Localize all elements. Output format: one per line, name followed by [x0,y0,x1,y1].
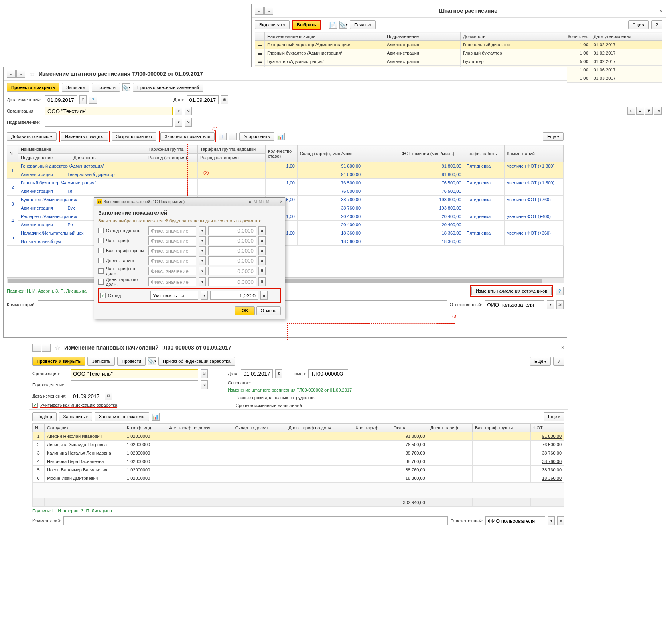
ok-button[interactable]: OK [235,306,255,315]
nav-back-icon[interactable]: ← [7,70,16,78]
order-button[interactable]: Приказ об индексации заработка [158,357,235,366]
settings-icon[interactable]: 📊 [277,133,285,140]
link-icon[interactable]: ⇲ [556,300,564,309]
star-icon[interactable]: ☆ [55,344,62,351]
nav-last-icon[interactable]: ⇥ [654,107,662,115]
dept-input[interactable] [45,118,173,127]
date-change-input[interactable] [71,392,102,400]
doc-icon[interactable]: 📄 [329,21,337,29]
more-button[interactable]: Еще [543,132,564,141]
table-row[interactable]: 4 Референт /Администрация/ 1,00 20 400,0… [7,212,564,221]
signatures-link[interactable]: Подписи: Н. И. Аверин, З. П. Лисицына [32,508,112,513]
table-row[interactable]: 1 Аверин Николай Иванович 1,02000000 91 … [33,432,564,441]
write-button[interactable]: Записать [62,83,89,92]
post-close-button[interactable]: Провести и закрыть [32,357,85,366]
table-row[interactable]: Администрация Ре 20 400,00 20 400,00 [7,221,564,229]
fill-indicators-button[interactable]: Заполнить показатели [95,412,149,421]
sort-button[interactable]: Упорядочить [239,132,274,141]
calendar-icon[interactable]: 🗓 [221,95,228,104]
nav-back-icon[interactable]: ← [32,344,41,352]
write-button[interactable]: Записать [87,357,115,366]
link-icon[interactable]: ⇲ [185,118,192,127]
nav-up-icon[interactable]: ▲ [636,107,644,115]
nav-fwd-icon[interactable]: → [16,70,25,78]
dropdown-icon[interactable]: ▾ [175,118,182,127]
table-row[interactable]: 5 Наладчик /Испытательный цех 1,00 18 36… [7,229,564,237]
org-input[interactable] [71,369,198,378]
calc-icon[interactable]: 🖩 [248,200,252,204]
date-change-input[interactable] [45,95,77,104]
help-icon[interactable]: ? [89,96,97,104]
org-input[interactable] [45,107,173,115]
table-row[interactable]: 2 Главный бухгалтер /Администрация/ 1,00… [7,179,564,187]
indicator-checkbox[interactable] [98,238,104,243]
move-up-icon[interactable]: ↑ [219,133,227,140]
change-position-button[interactable]: Изменить позицию [61,132,108,141]
change-accruals-button[interactable]: Изменить начисления сотрудников [471,287,552,295]
table-row[interactable]: ▬Генеральный директор /Администрация/Адм… [255,41,662,49]
table-row[interactable]: ▬Главный бухгалтер /Администрация/Админи… [255,49,662,57]
calc-icon[interactable]: 🖩 [260,291,268,300]
table-row[interactable]: Администрация Бух 38 760,00 193 800,00 [7,204,564,212]
dropdown-icon[interactable]: ▾ [547,300,554,309]
indicator-checkbox[interactable] [98,258,104,263]
salary-checkbox[interactable] [100,293,106,298]
order-button[interactable]: Приказ о внесении изменений [133,83,203,92]
m-icon[interactable]: M [254,200,257,204]
link-icon[interactable]: ⇲ [201,380,208,389]
nav-down-icon[interactable]: ▼ [645,107,653,115]
dropdown-icon[interactable]: ▾ [548,516,555,525]
close-icon[interactable]: × [280,200,282,204]
close-icon[interactable]: × [659,8,662,14]
m-minus-icon[interactable]: M- [266,200,271,204]
indicator-checkbox[interactable] [98,268,104,274]
help-button[interactable]: ? [553,357,564,366]
calendar-icon[interactable]: 🗓 [105,392,112,400]
indicator-checkbox[interactable] [98,279,104,285]
attach-icon[interactable]: 📎 [148,357,156,365]
add-position-button[interactable]: Добавить позицию [7,132,57,141]
responsible-input[interactable] [485,300,544,309]
basis-link[interactable]: Изменение штатного расписания ТЛ00-00000… [228,388,352,392]
comment-input[interactable] [63,516,448,525]
signatures-link[interactable]: Подписи: Н. И. Аверин, З. П. Лисицына [7,289,87,293]
nav-back-icon[interactable]: ← [255,7,264,15]
date-input[interactable] [241,369,273,378]
diff-dates-checkbox[interactable] [228,395,233,400]
cancel-button[interactable]: Отмена [256,306,281,315]
table-row[interactable]: 3 Бухгалтер /Администрация/ 5,00 38 760,… [7,196,564,204]
table-row[interactable]: 1 Генеральный директор /Администрация/ 1… [7,162,564,170]
maximize-icon[interactable]: □ [276,200,278,204]
pick-button[interactable]: Подбор [32,412,57,421]
close-position-button[interactable]: Закрыть позицию [112,132,156,141]
help-icon[interactable]: ? [556,287,564,295]
close-icon[interactable]: × [561,344,564,351]
dropdown-icon[interactable]: ▾ [175,107,182,115]
nav-first-icon[interactable]: ⇤ [627,107,635,115]
table-row[interactable]: 4 Никонова Вера Васильевна 1,02000000 38… [33,457,564,466]
calendar-icon[interactable]: 🗓 [79,95,87,104]
post-button[interactable]: Провести [92,83,120,92]
post-button[interactable]: Провести [117,357,146,366]
fill-button[interactable]: Заполнить [59,412,93,421]
table-row[interactable]: 6 Мосин Иван Дмитриевич 1,02000000 18 36… [33,474,564,483]
more-button[interactable]: Еще [544,412,564,421]
indicator-checkbox[interactable] [98,228,104,233]
nav-fwd-icon[interactable]: → [42,344,51,352]
select-button[interactable]: Выбрать [292,20,321,30]
indicator-checkbox[interactable] [98,248,104,253]
fill-indicators-button[interactable]: Заполнить показатели [160,132,215,141]
mode-select[interactable] [150,291,198,300]
link-icon[interactable]: ⇲ [185,107,192,115]
more-button[interactable]: Еще [628,20,649,29]
table-row[interactable]: 3 Калинина Наталья Леонидовна 1,02000000… [33,449,564,457]
minimize-icon[interactable]: _ [272,200,275,204]
more-button[interactable]: Еще [530,357,551,366]
date-input[interactable] [187,95,219,104]
attach-icon[interactable]: 📎 [122,83,130,91]
attach-icon[interactable]: 📎 [339,21,347,29]
dropdown-icon[interactable]: ▾ [201,291,208,300]
move-down-icon[interactable]: ↓ [229,133,237,140]
table-row[interactable]: 5 Носов Владимир Васильевич 1,02000000 3… [33,466,564,474]
link-icon[interactable]: ⇲ [201,369,208,378]
